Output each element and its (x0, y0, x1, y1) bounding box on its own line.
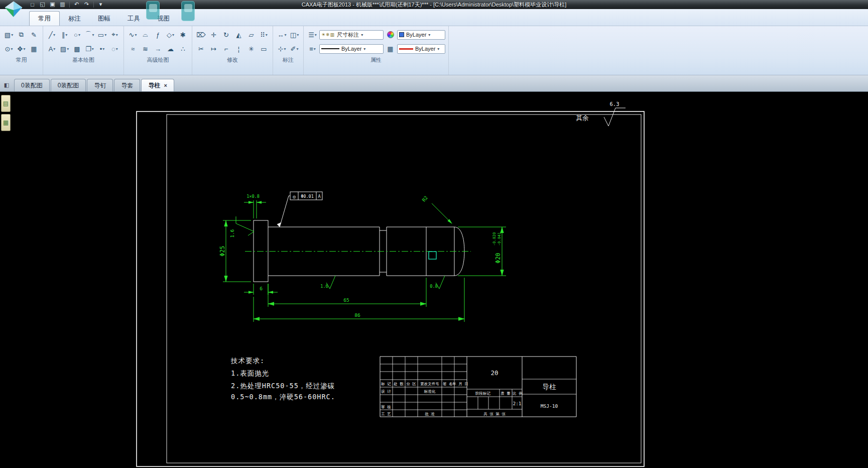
ribbon-tab-home[interactable]: 常用 (29, 11, 60, 26)
svg-text:1×0.8: 1×0.8 (246, 194, 260, 199)
parallel-line-button[interactable]: ∥ (59, 29, 70, 41)
copy-button[interactable]: ⧉ (16, 29, 27, 41)
color-combo[interactable]: ByLayer ▾ (397, 30, 445, 40)
layer-combo[interactable]: ☀❄▥ 尺寸标注 ▾ (319, 30, 384, 40)
fillet-button[interactable]: ⌐ (220, 43, 232, 55)
gear-button[interactable]: ✱ (177, 29, 189, 41)
rotate-button[interactable]: ↻ (220, 29, 232, 41)
pan-button[interactable]: ✥ (16, 43, 27, 55)
ribbon-group-annotate: ↔ ◫ ⊹ ✐ 标注 (273, 26, 304, 75)
svg-text:签 名: 签 名 (443, 382, 453, 386)
grid-panel-button[interactable]: ▦ (1, 114, 11, 131)
svg-text:标准化: 标准化 (424, 389, 436, 394)
close-tab-button[interactable]: × (164, 82, 167, 88)
draw-line-button[interactable]: ╱ (46, 29, 58, 41)
svg-text:年 月 日: 年 月 日 (452, 382, 468, 386)
dimension-button[interactable]: ↔ (276, 29, 288, 41)
doc-tab-bushing[interactable]: 导套 (114, 79, 140, 91)
linetype-sample (321, 48, 339, 49)
extend-button[interactable]: ↦ (208, 43, 219, 55)
doc-tab-guide-pillar[interactable]: 导柱 × (141, 79, 174, 91)
fill-button[interactable]: ▩ (71, 43, 83, 55)
formula-curve-button[interactable]: ƒ (152, 29, 164, 41)
new-button[interactable]: □ (28, 1, 37, 8)
coordinate-dim-button[interactable]: ⊹ (276, 43, 288, 55)
svg-text:-0.041: -0.041 (497, 232, 502, 246)
draw-circle-button[interactable]: ○ (71, 29, 83, 41)
annotation-edit-button[interactable]: ✐ (289, 43, 300, 55)
polygon-button[interactable]: ◇ (165, 29, 176, 41)
move-button[interactable]: ✛ (208, 29, 219, 41)
trim-button[interactable]: ✂ (195, 43, 207, 55)
linetype-manager-button[interactable]: ≡ (307, 43, 318, 55)
contour-button[interactable]: ⌓ (140, 29, 151, 41)
svg-text:分 区: 分 区 (406, 382, 416, 386)
fill-icon: ▩ (74, 45, 80, 53)
linetype-combo[interactable]: ByLayer ▾ (319, 44, 384, 54)
draw-ellipse-button[interactable]: ◌ (109, 43, 120, 55)
dimension-style-button[interactable]: ◫ (289, 29, 300, 41)
color-picker-button[interactable] (385, 29, 396, 41)
doc-tab-assembly-2[interactable]: 0装配图 (51, 79, 86, 91)
double-line-button[interactable]: ≋ (140, 43, 151, 55)
print-button[interactable]: ▥ (58, 1, 67, 8)
app-menu-button[interactable] (4, 1, 23, 18)
block-button[interactable]: ❐ (84, 43, 95, 55)
brush-icon: ✎ (31, 31, 37, 39)
center-line-button[interactable]: ⌖ (109, 29, 120, 41)
ribbon-tab-tools[interactable]: 工具 (119, 12, 149, 26)
draw-rectangle-button[interactable]: ▭ (96, 29, 108, 41)
hatch-button[interactable]: ▨ (59, 43, 70, 55)
drawing-canvas[interactable]: ▤ ▦ 其余 6.3 (0, 92, 868, 468)
spline-button[interactable]: ∿ (127, 29, 139, 41)
undo-button[interactable]: ↶ (72, 1, 81, 8)
pattern-button[interactable]: ∴ (177, 43, 189, 55)
svg-text:MSJ-10: MSJ-10 (541, 403, 558, 409)
color-combo-value: ByLayer (406, 32, 426, 38)
paste-button[interactable]: ▧ (3, 29, 15, 41)
break-button[interactable]: ¦ (233, 43, 244, 55)
palette-panel-button[interactable]: ▤ (1, 95, 11, 112)
circle-icon: ○ (74, 31, 78, 39)
lineweight-sample (399, 48, 413, 50)
ribbon-tab-sheet[interactable]: 图幅 (89, 12, 119, 26)
format-brush-button[interactable]: ✎ (28, 29, 40, 41)
layer-state-icons: ☀❄▥ (321, 32, 335, 37)
doc-tab-pin[interactable]: 导钉 (87, 79, 113, 91)
open-button[interactable]: ◱ (38, 1, 47, 8)
lineweight-combo[interactable]: ByLayer ▾ (397, 44, 445, 54)
redo-button[interactable]: ↷ (82, 1, 91, 8)
titlebar: □ ◱ ▣ ▥ ↶ ↷ ▾ CAXA电子图板2013 - 机械版***试用期(还… (0, 0, 868, 9)
arrow-icon: → (155, 45, 161, 53)
zoom-button[interactable]: ⊙ (3, 43, 15, 55)
draw-arc-button[interactable]: ⌒ (84, 29, 95, 41)
library-button[interactable]: ▦ (28, 43, 40, 55)
chevron-down-icon: ▾ (99, 1, 102, 8)
chevron-down-icon: ▾ (437, 47, 439, 51)
surplus-label: 其余 (576, 114, 589, 122)
ribbon-tab-bar: 常用 标注 图幅 工具 视图 (0, 9, 868, 26)
move-icon: ✛ (211, 31, 216, 39)
wave-line-button[interactable]: ≈ (127, 43, 139, 55)
mirror-button[interactable]: ◭ (233, 29, 244, 41)
text-button[interactable]: A (46, 43, 58, 55)
grid-icon: ▦ (3, 119, 9, 126)
panel-toggle-button[interactable]: ◧ (2, 80, 11, 90)
save-button[interactable]: ▣ (48, 1, 57, 8)
ribbon-group-label: 属性 (307, 56, 445, 64)
scale-button[interactable]: ▱ (245, 29, 257, 41)
layer-combo-value: 尺寸标注 (337, 31, 359, 39)
layer-manager-button[interactable]: ☰ (307, 29, 318, 41)
lineweight-manager-button[interactable]: ▦ (385, 43, 396, 55)
erase-button[interactable]: ⌦ (195, 29, 207, 41)
customize-quick-access-button[interactable]: ▾ (96, 1, 105, 8)
doc-tab-label: 导钉 (94, 81, 106, 90)
array-button[interactable]: ⠿ (258, 29, 270, 41)
ribbon-tab-annotate[interactable]: 标注 (60, 12, 89, 26)
explode-button[interactable]: ✳ (245, 43, 257, 55)
doc-tab-assembly-1[interactable]: 0装配图 (14, 79, 50, 91)
arrow-line-button[interactable]: → (152, 43, 164, 55)
stretch-button[interactable]: ▭ (258, 43, 270, 55)
revision-cloud-button[interactable]: ☁ (165, 43, 176, 55)
draw-point-button[interactable]: • (96, 43, 108, 55)
